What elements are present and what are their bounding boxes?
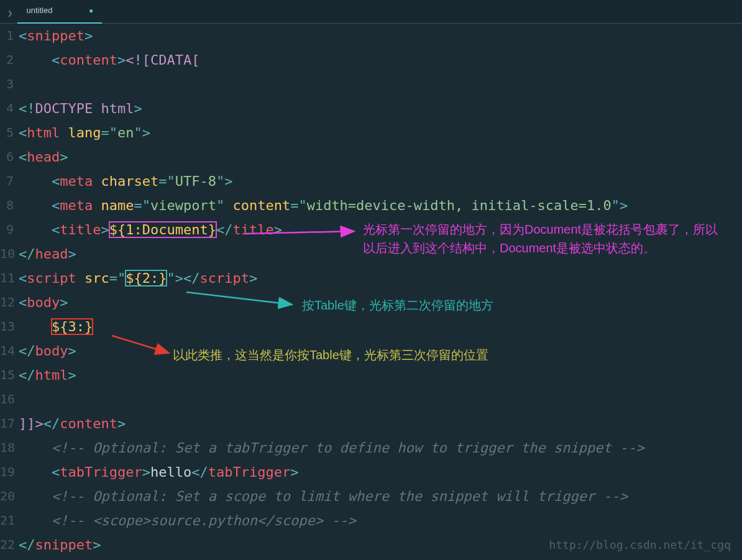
tab-title: untitled [26,6,52,15]
code-line: 2 <content><![CDATA[ [0,48,742,72]
code-line: 16 [0,387,742,411]
line-number: 5 [0,121,19,145]
line-number: 17 [0,411,19,436]
line-number: 22 [0,533,19,557]
tab-untitled[interactable]: untitled ● [17,2,102,23]
code-line: 6 <head> [0,145,742,169]
annotation-2: 按Table键，光标第二次停留的地方 [302,296,493,314]
line-number: 6 [0,145,19,169]
line-number: 1 [0,24,19,48]
line-number: 21 [0,508,19,533]
watermark: http://blog.csdn.net/it_cgq [549,538,731,551]
line-number: 12 [0,290,19,314]
code-line: 11 <script src="${2:}"></script> [0,266,742,290]
annotation-1: 光标第一次停留的地方，因为Document是被花括号包裹了，所以以后进入到这个结… [363,220,730,257]
line-number: 4 [0,96,19,121]
code-line: 7 <meta charset="UTF-8"> [0,169,742,193]
line-number: 14 [0,339,19,363]
code-line: 3 [0,72,742,96]
line-number: 9 [0,218,19,242]
line-number: 3 [0,72,19,96]
chevron-right-icon[interactable]: ❯ [7,8,17,23]
annotation-3: 以此类推，这当然是你按Table键，光标第三次停留的位置 [173,346,488,364]
code-line: 15 </html> [0,363,742,387]
line-number: 10 [0,242,19,266]
line-number: 7 [0,169,19,193]
code-line: 4 <!DOCTYPE html> [0,96,742,121]
dirty-indicator-icon: ● [89,6,93,15]
code-line: 5 <html lang="en"> [0,121,742,145]
code-line: 8 <meta name="viewport" content="width=d… [0,193,742,218]
line-number: 11 [0,266,19,290]
line-number: 20 [0,484,19,508]
line-number: 15 [0,363,19,387]
code-line: 21 <!-- <scope>source.python</scope> --> [0,508,742,533]
placeholder-3: ${3:} [52,319,93,334]
code-line: 18 <!-- Optional: Set a tabTrigger to de… [0,436,742,460]
line-number: 2 [0,48,19,72]
placeholder-1: ${1:Document} [109,222,216,237]
code-line: 19 <tabTrigger>hello</tabTrigger> [0,460,742,484]
line-number: 13 [0,314,19,339]
code-line: 20 <!-- Optional: Set a scope to limit w… [0,484,742,508]
placeholder-2: ${2:} [126,270,167,286]
code-line: 1 <snippet> [0,24,742,48]
code-line: 17 ]]></content> [0,411,742,436]
line-number: 19 [0,460,19,484]
code-line: 13 ${3:} [0,314,742,339]
line-number: 18 [0,436,19,460]
tab-bar: ❯ untitled ● [0,0,742,24]
code-editor[interactable]: 1 <snippet> 2 <content><![CDATA[ 3 4 <!D… [0,24,742,560]
line-number: 16 [0,387,19,411]
line-number: 8 [0,193,19,218]
